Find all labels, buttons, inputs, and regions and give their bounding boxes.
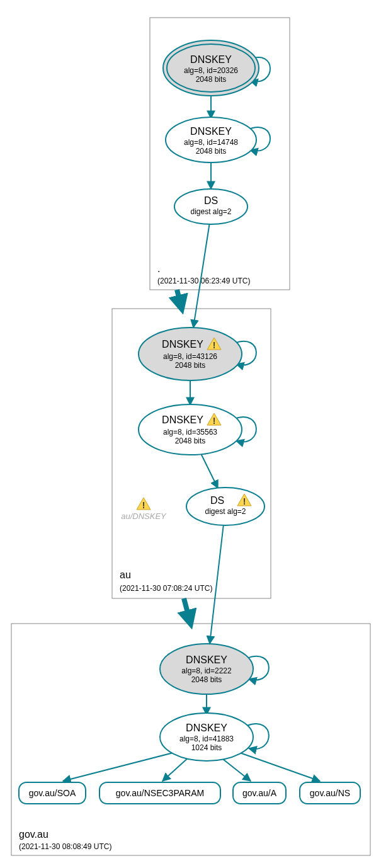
node-rr-soa: gov.au/SOA bbox=[19, 782, 86, 804]
svg-text:2048 bits: 2048 bits bbox=[175, 361, 206, 370]
edge-govau-zsk-a bbox=[220, 757, 251, 781]
svg-text:2048 bits: 2048 bits bbox=[175, 437, 206, 445]
svg-text:digest alg=2: digest alg=2 bbox=[205, 507, 246, 516]
node-govau-ksk: DNSKEY alg=8, id=2222 2048 bits bbox=[160, 644, 253, 694]
node-root-zsk: DNSKEY alg=8, id=14748 2048 bits bbox=[166, 117, 256, 163]
warning-icon bbox=[137, 498, 151, 510]
svg-text:2048 bits: 2048 bits bbox=[196, 147, 227, 156]
svg-text:digest alg=2: digest alg=2 bbox=[190, 207, 231, 216]
svg-text:2048 bits: 2048 bits bbox=[191, 675, 222, 684]
svg-text:alg=8, id=43126: alg=8, id=43126 bbox=[163, 352, 217, 361]
zone-root-ts: (2021-11-30 06:23:49 UTC) bbox=[157, 277, 250, 285]
svg-text:DNSKEY: DNSKEY bbox=[186, 722, 227, 733]
svg-text:gov.au/SOA: gov.au/SOA bbox=[29, 788, 76, 798]
svg-text:DS: DS bbox=[210, 495, 224, 506]
node-au-ksk: DNSKEY alg=8, id=43126 2048 bits bbox=[139, 328, 242, 380]
svg-text:2048 bits: 2048 bits bbox=[196, 75, 227, 84]
svg-text:DNSKEY: DNSKEY bbox=[162, 414, 203, 425]
node-rr-ns: gov.au/NS bbox=[300, 782, 360, 804]
svg-text:gov.au/A: gov.au/A bbox=[242, 788, 277, 798]
svg-text:au/DNSKEY: au/DNSKEY bbox=[121, 511, 167, 521]
node-rr-nsec3param: gov.au/NSEC3PARAM bbox=[100, 782, 220, 804]
edge-au-to-govau-zone bbox=[184, 598, 190, 620]
zone-au-ts: (2021-11-30 07:08:24 UTC) bbox=[120, 584, 212, 593]
svg-text:alg=8, id=41883: alg=8, id=41883 bbox=[179, 734, 234, 743]
svg-text:DNSKEY: DNSKEY bbox=[186, 654, 227, 665]
node-root-ksk: DNSKEY alg=8, id=20326 2048 bits bbox=[163, 40, 259, 96]
svg-point-22 bbox=[186, 488, 264, 525]
zone-govau-ts: (2021-11-30 08:08:49 UTC) bbox=[19, 842, 111, 851]
node-govau-zsk: DNSKEY alg=8, id=41883 1024 bits bbox=[160, 713, 253, 761]
edge-govau-zsk-ns bbox=[238, 752, 320, 781]
edge-root-ds-au-ksk bbox=[193, 222, 210, 328]
edge-govau-zsk-nsec3 bbox=[162, 757, 189, 781]
svg-text:DNSKEY: DNSKEY bbox=[190, 126, 232, 137]
svg-text:gov.au/NS: gov.au/NS bbox=[310, 788, 350, 798]
node-au-zsk: DNSKEY alg=8, id=35563 2048 bits bbox=[139, 404, 242, 455]
svg-text:gov.au/NSEC3PARAM: gov.au/NSEC3PARAM bbox=[116, 788, 204, 798]
svg-text:alg=8, id=14748: alg=8, id=14748 bbox=[184, 138, 238, 147]
edge-au-zsk-ds bbox=[200, 452, 218, 488]
edge-root-to-au-zone bbox=[177, 290, 181, 305]
zone-govau-name: gov.au bbox=[19, 829, 48, 840]
zone-au-name: au bbox=[120, 569, 131, 580]
svg-text:alg=8, id=20326: alg=8, id=20326 bbox=[184, 66, 238, 75]
svg-text:DNSKEY: DNSKEY bbox=[162, 339, 203, 350]
svg-text:1024 bits: 1024 bits bbox=[191, 743, 222, 752]
node-au-ds: DS digest alg=2 bbox=[186, 488, 264, 525]
svg-text:DNSKEY: DNSKEY bbox=[190, 54, 232, 65]
svg-text:DS: DS bbox=[204, 195, 218, 206]
node-rr-a: gov.au/A bbox=[233, 782, 286, 804]
node-root-ds: DS digest alg=2 bbox=[174, 189, 247, 224]
node-au-ghost: au/DNSKEY bbox=[121, 498, 167, 521]
zone-root-name: . bbox=[157, 263, 160, 274]
edge-govau-zsk-soa bbox=[63, 753, 173, 781]
svg-text:alg=8, id=35563: alg=8, id=35563 bbox=[163, 428, 217, 437]
svg-text:alg=8, id=2222: alg=8, id=2222 bbox=[181, 666, 232, 675]
svg-point-10 bbox=[174, 189, 247, 224]
